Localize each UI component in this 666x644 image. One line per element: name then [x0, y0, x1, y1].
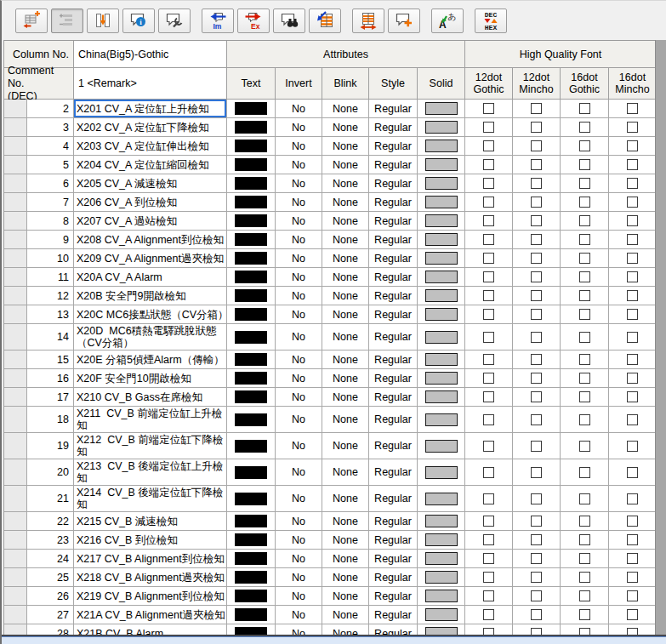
checkbox-12dot-gothic[interactable]: [465, 137, 513, 156]
checkbox-12dot-gothic[interactable]: [465, 512, 513, 531]
checkbox-16dot-mincho[interactable]: [609, 193, 657, 212]
checkbox-12dot-mincho[interactable]: [513, 550, 561, 568]
checkbox-16dot-mincho[interactable]: [609, 486, 657, 512]
checkbox-12dot-gothic[interactable]: [465, 606, 513, 624]
checkbox-16dot-mincho[interactable]: [609, 407, 657, 433]
checkbox-16dot-mincho[interactable]: [609, 156, 657, 174]
style-cell[interactable]: Regular: [369, 174, 418, 193]
comment-number-cell[interactable]: 19: [27, 433, 74, 459]
checkbox-12dot-gothic[interactable]: [465, 433, 513, 459]
comment-text-cell[interactable]: X20A CV_A Alarm: [74, 268, 227, 287]
comment-text-cell[interactable]: X217 CV_B Alignment到位檢知: [74, 550, 227, 568]
invert-cell[interactable]: No: [276, 305, 322, 324]
checkbox-16dot-gothic[interactable]: [561, 512, 609, 531]
checkbox-12dot-mincho[interactable]: [513, 249, 561, 268]
adjust-column-width-button[interactable]: [352, 9, 384, 33]
comment-number-cell[interactable]: 2: [27, 100, 74, 118]
style-cell[interactable]: Regular: [369, 137, 418, 156]
checkbox-12dot-mincho[interactable]: [513, 407, 561, 433]
blink-cell[interactable]: None: [322, 350, 369, 369]
text-color-cell[interactable]: [227, 531, 276, 550]
blink-cell[interactable]: None: [322, 606, 369, 624]
solid-color-cell[interactable]: [418, 305, 465, 324]
comment-number-cell[interactable]: 14: [27, 324, 74, 350]
checkbox-16dot-gothic[interactable]: [561, 268, 609, 287]
row-selector[interactable]: [4, 305, 27, 324]
row-selector[interactable]: [4, 231, 27, 249]
comment-text-cell[interactable]: X213 CV_B 後端定位缸上升檢知: [74, 459, 227, 486]
text-color-cell[interactable]: [227, 550, 276, 568]
comment-settings-button[interactable]: [158, 9, 191, 33]
comment-number-cell[interactable]: 11: [27, 268, 74, 287]
comment-text-cell[interactable]: X203 CV_A 定位缸伸出檢知: [74, 137, 227, 156]
comment-text-cell[interactable]: X209 CV_A Alignment過夾檢知: [74, 249, 227, 268]
checkbox-12dot-gothic[interactable]: [465, 100, 513, 118]
style-cell[interactable]: Regular: [369, 268, 418, 287]
checkbox-12dot-mincho[interactable]: [513, 100, 561, 118]
checkbox-16dot-gothic[interactable]: [561, 459, 609, 486]
comment-text-cell[interactable]: X20D MC6積熱電驛跳脫狀態（CV分箱）: [74, 324, 227, 350]
comment-text-cell[interactable]: X20B 安全門9開啟檢知: [74, 287, 227, 305]
checkbox-12dot-mincho[interactable]: [513, 369, 561, 388]
invert-cell[interactable]: No: [276, 459, 322, 486]
checkbox-16dot-gothic[interactable]: [561, 350, 609, 369]
blink-cell[interactable]: None: [322, 388, 369, 407]
checkbox-12dot-gothic[interactable]: [465, 459, 513, 486]
checkbox-16dot-gothic[interactable]: [561, 174, 609, 193]
checkbox-16dot-mincho[interactable]: [609, 369, 657, 388]
row-selector[interactable]: [4, 137, 27, 156]
style-cell[interactable]: Regular: [369, 407, 418, 433]
blink-cell[interactable]: None: [322, 137, 369, 156]
row-selector[interactable]: [4, 174, 27, 193]
style-cell[interactable]: Regular: [369, 550, 418, 568]
comment-text-cell[interactable]: X20C MC6接點狀態（CV分箱）: [74, 305, 227, 324]
blink-cell[interactable]: None: [322, 212, 369, 231]
row-selector[interactable]: [4, 606, 27, 624]
checkbox-12dot-mincho[interactable]: [513, 137, 561, 156]
style-cell[interactable]: Regular: [369, 369, 418, 388]
invert-cell[interactable]: No: [276, 212, 322, 231]
comment-number-cell[interactable]: 5: [27, 156, 74, 174]
header-comment-no[interactable]: Comment No. (DEC): [4, 68, 74, 100]
checkbox-16dot-mincho[interactable]: [609, 174, 657, 193]
checkbox-16dot-mincho[interactable]: [609, 512, 657, 531]
checkbox-12dot-gothic[interactable]: [465, 350, 513, 369]
style-cell[interactable]: Regular: [369, 606, 418, 624]
checkbox-16dot-mincho[interactable]: [609, 606, 657, 624]
checkbox-16dot-mincho[interactable]: [609, 433, 657, 459]
checkbox-12dot-mincho[interactable]: [513, 459, 561, 486]
checkbox-12dot-gothic[interactable]: [465, 118, 513, 137]
comment-number-cell[interactable]: 24: [27, 550, 74, 568]
text-color-cell[interactable]: [227, 369, 276, 388]
comment-text-cell[interactable]: X21A CV_B Alignment過夾檢知: [74, 606, 227, 624]
comment-number-cell[interactable]: 16: [27, 369, 74, 388]
invert-cell[interactable]: No: [276, 193, 322, 212]
blink-cell[interactable]: None: [322, 156, 369, 174]
style-cell[interactable]: Regular: [369, 249, 418, 268]
export-comments-button[interactable]: Ex: [237, 9, 270, 33]
row-selector[interactable]: [4, 369, 27, 388]
row-selector[interactable]: [4, 407, 27, 433]
text-color-cell[interactable]: [227, 433, 276, 459]
checkbox-16dot-mincho[interactable]: [609, 531, 657, 550]
checkbox-12dot-mincho[interactable]: [513, 193, 561, 212]
comment-number-cell[interactable]: 13: [27, 305, 74, 324]
blink-cell[interactable]: None: [322, 193, 369, 212]
solid-color-cell[interactable]: [418, 369, 465, 388]
checkbox-12dot-mincho[interactable]: [513, 587, 561, 606]
checkbox-16dot-gothic[interactable]: [561, 606, 609, 624]
style-cell[interactable]: Regular: [369, 305, 418, 324]
checkbox-12dot-mincho[interactable]: [513, 268, 561, 287]
checkbox-12dot-gothic[interactable]: [465, 324, 513, 350]
checkbox-12dot-gothic[interactable]: [465, 249, 513, 268]
invert-cell[interactable]: No: [276, 407, 322, 433]
blink-cell[interactable]: None: [322, 433, 369, 459]
solid-color-cell[interactable]: [418, 512, 465, 531]
checkbox-16dot-gothic[interactable]: [561, 369, 609, 388]
checkbox-12dot-mincho[interactable]: [513, 531, 561, 550]
comment-number-cell[interactable]: 7: [27, 193, 74, 212]
invert-cell[interactable]: No: [276, 231, 322, 249]
checkbox-16dot-mincho[interactable]: [609, 268, 657, 287]
style-cell[interactable]: Regular: [369, 388, 418, 407]
invert-cell[interactable]: No: [276, 486, 322, 512]
